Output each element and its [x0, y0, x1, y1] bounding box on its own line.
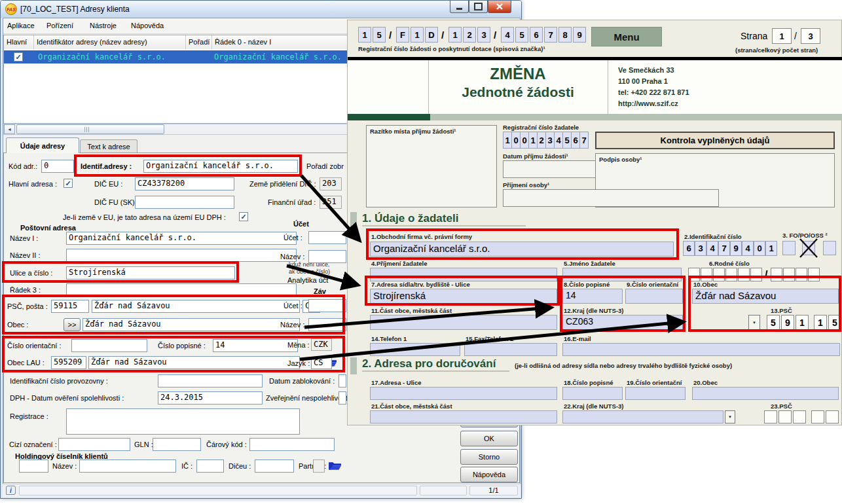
digit-box[interactable]	[764, 410, 777, 423]
title-bar[interactable]: FAS [70_LOC_TEST] Adresy klienta	[1, 1, 521, 18]
minimize-button[interactable]	[450, 1, 469, 13]
f21-field[interactable]	[370, 410, 557, 423]
psc-dropdown-button[interactable]: ▼	[748, 315, 760, 330]
napoveda-button[interactable]: Nápověda	[460, 467, 518, 482]
ic-field[interactable]	[196, 459, 224, 473]
identif-adresy-field[interactable]: Organizační kancelář s.r.o.	[143, 160, 298, 173]
f18-field[interactable]	[562, 387, 623, 400]
f17-field[interactable]	[370, 387, 557, 400]
icp-field[interactable]	[158, 374, 263, 387]
digit-box[interactable]: 3	[545, 132, 555, 149]
kraj-dropdown-button[interactable]: ▼	[725, 410, 735, 423]
digit-box[interactable]: 7	[718, 241, 730, 256]
digit-box[interactable]: 4	[501, 27, 514, 43]
digit-box[interactable]: 1	[765, 241, 777, 256]
psc-field[interactable]: 59115	[51, 300, 89, 313]
ok-button[interactable]: OK	[460, 431, 518, 446]
f14-field[interactable]	[370, 343, 460, 356]
digit-box[interactable]: 6	[530, 27, 543, 43]
fin-urad-field[interactable]: 351	[320, 196, 342, 209]
digit-box[interactable]	[688, 268, 700, 281]
digit-box[interactable]: 9	[781, 315, 794, 330]
digit-box[interactable]: 3	[477, 27, 490, 43]
storno-button[interactable]: Storno	[460, 449, 518, 465]
menu-aplikace[interactable]: Aplikace	[7, 22, 35, 29]
digit-box[interactable]: 4	[554, 132, 563, 149]
nazev2-field[interactable]	[66, 249, 297, 262]
digit-box[interactable]: 7	[544, 27, 557, 43]
fo-checkbox[interactable]	[782, 241, 796, 255]
dph-datum-field[interactable]: 24.3.2015	[158, 391, 263, 405]
f1-field[interactable]: Organizační kancelář s.r.o.	[370, 242, 674, 257]
row-identifikator[interactable]: Organizační kancelář s.r.o.	[38, 52, 166, 62]
digit-box[interactable]: 1	[528, 132, 538, 149]
digit-box[interactable]	[811, 410, 824, 423]
digit-box[interactable]: 5	[828, 315, 841, 330]
obec-lau-kod-field[interactable]: 595209	[51, 356, 86, 369]
col-hlavni[interactable]: Hlavní	[4, 35, 34, 49]
psc-mesto-field[interactable]: Žďár nad Sázavou	[92, 300, 300, 313]
f8-field[interactable]: 14	[562, 289, 623, 304]
cislo-popisne-field[interactable]: 14	[213, 339, 298, 352]
razitko-box[interactable]	[366, 125, 497, 207]
zverejneni-field[interactable]	[339, 391, 346, 405]
digit-box[interactable]	[738, 268, 750, 281]
strana-total-box[interactable]: 3	[801, 28, 820, 44]
f10-field[interactable]: Žďár nad Sázavou	[692, 289, 839, 304]
digit-box[interactable]: 5	[562, 132, 572, 149]
col-poradi[interactable]: Pořadí	[186, 35, 212, 49]
close-button[interactable]	[488, 1, 511, 13]
zavazky-ucet-field[interactable]	[308, 299, 346, 312]
digit-box[interactable]	[713, 268, 725, 281]
digit-box[interactable]: 4	[706, 241, 718, 256]
digit-box[interactable]	[826, 410, 839, 423]
ulice-field[interactable]: Strojírenská	[66, 266, 235, 279]
jazyk-field[interactable]: CS	[311, 357, 332, 369]
hlavni-adresa-checkbox[interactable]: ✓	[64, 179, 73, 188]
partner-field[interactable]	[313, 459, 325, 473]
digit-box[interactable]	[750, 268, 762, 281]
f11-field[interactable]	[370, 315, 557, 330]
cizi-field[interactable]	[58, 438, 130, 451]
menu-button[interactable]: Menu	[591, 27, 662, 46]
registrace-field[interactable]	[66, 408, 300, 435]
menu-napoveda[interactable]: Nápověda	[131, 22, 164, 29]
eu-dph-checkbox[interactable]: ✓	[239, 212, 248, 221]
digit-box[interactable]	[771, 268, 782, 281]
scrollbar-thumb[interactable]	[16, 124, 164, 134]
f12-field[interactable]: CZ063	[562, 315, 683, 330]
digit-box[interactable]: F	[396, 27, 409, 43]
obec-field[interactable]: Žďár nad Sázavou	[82, 318, 300, 331]
menu-porizeni[interactable]: Pořízení	[46, 22, 73, 29]
f16-field[interactable]	[562, 343, 840, 356]
f5-field[interactable]	[562, 268, 682, 281]
digit-box[interactable]	[783, 268, 795, 281]
diceu-field[interactable]	[255, 459, 294, 473]
digit-box[interactable]: 5	[767, 315, 780, 330]
f20-field[interactable]	[692, 387, 839, 400]
digit-box[interactable]	[778, 410, 792, 423]
tab-udaje-adresy[interactable]: Údaje adresy	[6, 137, 79, 153]
holding-nazev-field[interactable]	[79, 459, 176, 473]
strana-current-box[interactable]: 1	[772, 28, 792, 44]
digit-box[interactable]	[793, 410, 806, 423]
prijmeni-osoby-box[interactable]	[503, 189, 719, 207]
digit-box[interactable]: 9	[573, 27, 586, 43]
digit-box[interactable]: 1	[814, 315, 827, 330]
digit-box[interactable]: 1	[358, 27, 371, 43]
radek3-field[interactable]	[66, 283, 297, 297]
col-identifikator[interactable]: Identifikátor adresy (název adresy)	[34, 35, 186, 49]
oss-checkbox[interactable]	[823, 241, 836, 255]
digit-box[interactable]: 1	[796, 315, 809, 330]
f22-field[interactable]	[562, 410, 723, 423]
tab-text-k-adrese[interactable]: Text k adrese	[80, 139, 137, 153]
digit-box[interactable]: 3	[695, 241, 706, 256]
zavazky-nazev-field[interactable]	[308, 318, 346, 331]
dic-eu-field[interactable]: CZ43378200	[135, 177, 234, 190]
f7-field[interactable]: Strojírenská	[370, 289, 557, 304]
f15-field[interactable]	[464, 343, 557, 356]
digit-box[interactable]: 2	[463, 27, 476, 43]
digit-box[interactable]: 8	[558, 27, 572, 43]
obec-lookup-button[interactable]: >>	[64, 318, 81, 331]
open-folder-icon[interactable]	[328, 461, 342, 471]
